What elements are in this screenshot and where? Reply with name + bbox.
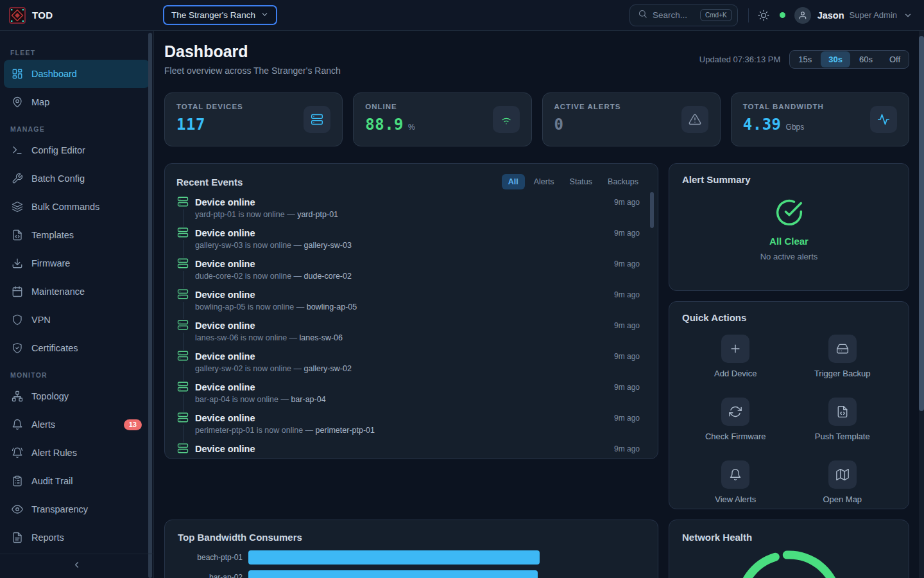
quick-actions-panel: Quick Actions Add DeviceTrigger BackupCh… — [669, 301, 909, 509]
app-root: TOD The Stranger's Ranch Cmd+K Jason Sup… — [0, 0, 924, 578]
alert-summary-title: Alert Summary — [682, 174, 896, 185]
event-timeline — [176, 381, 189, 412]
topbar: TOD The Stranger's Ranch Cmd+K Jason Sup… — [0, 0, 924, 31]
file-code-icon — [828, 398, 857, 426]
event-message: gallery-sw-02 is now online — gallery-sw… — [195, 364, 614, 373]
search-shortcut: Cmd+K — [700, 9, 732, 21]
page-scrollbar[interactable] — [919, 31, 924, 578]
sidebar-item-firmware[interactable]: Firmware — [4, 249, 150, 277]
quick-action-add-device[interactable]: Add Device — [682, 335, 789, 378]
hard-drive-icon — [828, 335, 857, 363]
event-timeline — [176, 258, 189, 288]
search-icon — [638, 9, 647, 21]
event-row[interactable]: Device onlinedude-core-02 is now online … — [176, 258, 640, 288]
event-title: Device online — [195, 227, 614, 240]
stat-card-online: ONLINE88.9% — [353, 92, 531, 146]
sidebar-item-templates[interactable]: Templates — [4, 221, 150, 249]
sidebar-item-transparency[interactable]: Transparency — [4, 495, 150, 523]
event-row[interactable]: Device onlinebowling-ap-05 is now online… — [176, 288, 640, 319]
sidebar-scrollbar[interactable] — [148, 33, 152, 578]
quick-action-label: Add Device — [714, 369, 757, 378]
timeline-line — [183, 394, 184, 412]
sidebar-item-label: Bulk Commands — [31, 202, 99, 212]
sidebar-item-label: Config Editor — [31, 145, 85, 155]
event-timestamp: 9m ago — [614, 227, 640, 258]
sidebar-item-label: Firmware — [31, 258, 70, 268]
event-title: Device online — [195, 319, 614, 332]
refresh-option-off[interactable]: Off — [882, 51, 908, 67]
refresh-option-30s[interactable]: 30s — [821, 51, 850, 67]
plus-icon — [721, 335, 749, 363]
theme-toggle-sun-icon[interactable] — [758, 10, 769, 21]
event-row[interactable]: Device onlinegallery-sw-03 is now online… — [176, 227, 640, 258]
activity-icon — [870, 106, 897, 133]
event-row[interactable]: Device onlineperimeter-ptp-01 is now onl… — [176, 412, 640, 442]
page-scrollbar-thumb[interactable] — [919, 36, 924, 411]
sidebar-item-alert-rules[interactable]: Alert Rules — [4, 439, 150, 467]
quick-action-trigger-backup[interactable]: Trigger Backup — [789, 335, 896, 378]
events-filter-alerts[interactable]: Alerts — [527, 174, 561, 189]
search-box[interactable]: Cmd+K — [629, 4, 738, 26]
file-code-icon — [12, 229, 23, 241]
quick-action-push-template[interactable]: Push Template — [789, 398, 896, 441]
recent-events-title: Recent Events — [176, 177, 243, 188]
quick-action-open-map[interactable]: Open Map — [789, 460, 896, 504]
user-avatar[interactable] — [794, 7, 811, 24]
sidebar-item-bulk-commands[interactable]: Bulk Commands — [4, 193, 150, 221]
wifi-icon — [493, 106, 520, 133]
event-timeline — [176, 412, 189, 442]
events-filter-backups[interactable]: Backups — [601, 174, 645, 189]
event-row[interactable]: Device onlineyard-ptp-01 is now online —… — [176, 196, 640, 227]
event-timestamp: 9m ago — [614, 442, 640, 459]
timeline-line — [183, 456, 184, 459]
stat-unit: Gbps — [786, 123, 805, 132]
sidebar-collapse-button[interactable] — [0, 554, 153, 578]
site-selector-value: The Stranger's Ranch — [171, 10, 255, 20]
sidebar-item-dashboard[interactable]: Dashboard — [4, 60, 150, 88]
event-timeline — [176, 196, 189, 227]
map-pin-icon — [12, 96, 23, 108]
shield-check-icon — [12, 342, 23, 354]
events-filter-all[interactable]: All — [502, 174, 525, 189]
user-menu-chevron-down-icon[interactable] — [903, 11, 912, 20]
events-scrollbar[interactable] — [650, 192, 654, 228]
event-title: Device online — [195, 258, 614, 270]
alerts-count-badge: 13 — [124, 419, 142, 430]
terminal-icon — [12, 144, 23, 156]
sidebar-item-alerts[interactable]: Alerts13 — [4, 410, 150, 439]
sidebar-item-map[interactable]: Map — [4, 88, 150, 116]
sidebar-item-audit-trail[interactable]: Audit Trail — [4, 467, 150, 495]
sidebar-item-batch-config[interactable]: Batch Config — [4, 164, 150, 193]
quick-action-view-alerts[interactable]: View Alerts — [682, 460, 789, 504]
quick-action-label: Push Template — [815, 432, 870, 441]
sidebar-item-certificates[interactable]: Certificates — [4, 334, 150, 362]
timeline-line — [183, 209, 184, 227]
quick-action-label: Trigger Backup — [814, 369, 871, 378]
event-timestamp: 9m ago — [614, 258, 640, 288]
search-input[interactable] — [653, 10, 695, 20]
events-filter-status[interactable]: Status — [563, 174, 599, 189]
refresh-option-15s[interactable]: 15s — [791, 51, 819, 67]
sidebar-item-vpn[interactable]: VPN — [4, 306, 150, 334]
event-title: Device online — [195, 350, 614, 363]
sidebar-item-maintenance[interactable]: Maintenance — [4, 277, 150, 306]
event-row[interactable]: Device online9m ago — [176, 442, 640, 459]
sidebar-item-config-editor[interactable]: Config Editor — [4, 136, 150, 164]
sidebar-item-reports[interactable]: Reports — [4, 523, 150, 552]
stat-cards-row: TOTAL DEVICES117ONLINE88.9%ACTIVE ALERTS… — [164, 92, 909, 146]
event-row[interactable]: Device onlinelanes-sw-06 is now online —… — [176, 319, 640, 350]
refresh-option-60s[interactable]: 60s — [851, 51, 880, 67]
event-row[interactable]: Device onlinebar-ap-04 is now online — b… — [176, 381, 640, 412]
event-row[interactable]: Device onlinegallery-sw-02 is now online… — [176, 350, 640, 381]
bandwidth-bar — [248, 570, 538, 578]
stat-label: TOTAL DEVICES — [176, 103, 243, 110]
server-icon — [177, 442, 189, 454]
main-content: Dashboard Fleet overview across The Stra… — [154, 31, 919, 578]
event-timestamp: 9m ago — [614, 319, 640, 350]
layers-icon — [12, 201, 23, 213]
sidebar-item-topology[interactable]: Topology — [4, 382, 150, 410]
top-bandwidth-panel: Top Bandwidth Consumers beach-ptp-01bar-… — [164, 520, 658, 578]
server-icon — [177, 319, 189, 331]
site-selector[interactable]: The Stranger's Ranch — [164, 6, 276, 24]
quick-action-check-firmware[interactable]: Check Firmware — [682, 398, 789, 441]
